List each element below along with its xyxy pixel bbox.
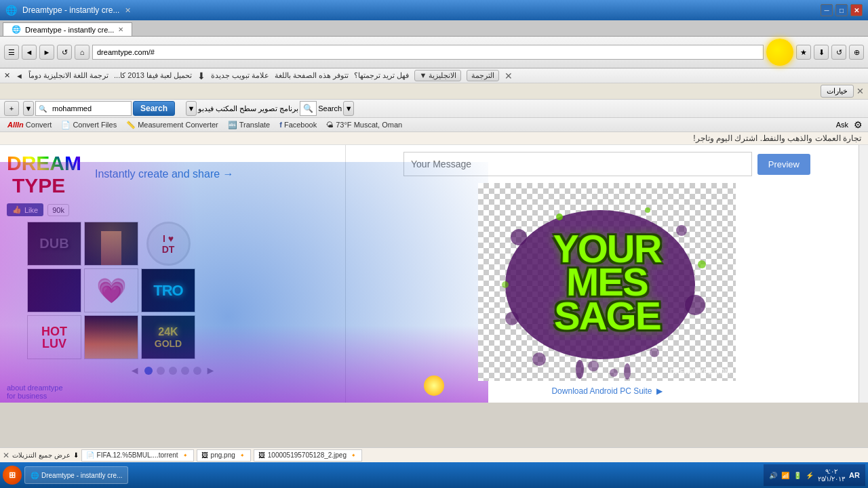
splat-7 xyxy=(532,352,546,366)
download-arrow-down-icon: ⬇ xyxy=(73,451,79,459)
file-icon: 📄 xyxy=(61,121,71,129)
usb-icon: ⚡ xyxy=(806,472,814,479)
preview-button[interactable]: Preview xyxy=(757,154,810,175)
tab-bar: 🌐 Dreamtype - instantly cre... ✕ xyxy=(0,20,868,37)
search2-group: 🔍 xyxy=(300,101,317,116)
fifa-label: تحميل لعبة فيفا 2013 كا... xyxy=(114,71,192,80)
search-input-group: 🔍 xyxy=(35,101,132,116)
splat-8 xyxy=(650,348,659,357)
alexa-icon: Ask xyxy=(836,121,848,129)
title-bar-right: ─ □ ✕ xyxy=(821,4,863,16)
canvas-area: YOUR MES SAGE DREAMTYPE.COM xyxy=(478,183,736,381)
jpeg-icon: 🖼 xyxy=(258,451,265,459)
download-name-2: png.png xyxy=(211,451,235,459)
bookmark-button[interactable]: ★ xyxy=(796,45,811,60)
tab-icon: 🌐 xyxy=(12,25,21,34)
download-link[interactable]: Download Android PC Suite xyxy=(551,386,652,396)
your-message-display: YOUR MES SAGE xyxy=(553,232,661,332)
address-bar[interactable] xyxy=(92,45,764,60)
search-bar: + ▼ 🔍 Search ▼ برنامج تصوير سطح المكتب ف… xyxy=(0,100,868,118)
arabic-toolbar: ✕ الترجمة الانجليزية ▼ فهل تريد ترجمتها؟… xyxy=(0,68,868,83)
drip-1 xyxy=(576,360,584,379)
show-all-downloads[interactable]: عرض جميع التنزيلات xyxy=(12,451,71,459)
start-icon: ⊞ xyxy=(9,470,16,480)
png-icon: 🖼 xyxy=(201,451,208,459)
tab-close-button[interactable]: ✕ xyxy=(118,26,123,33)
minimize-button[interactable]: ─ xyxy=(821,4,833,16)
green-4 xyxy=(502,281,509,288)
auto-translate-button[interactable]: الانجليزية ▼ xyxy=(414,70,461,81)
close-button[interactable]: ✕ xyxy=(850,4,863,16)
search-dropdown-button[interactable]: ▼ xyxy=(23,101,34,116)
watermark: DREAMTYPE.COM xyxy=(670,368,730,375)
forward-button[interactable]: ► xyxy=(39,45,54,60)
options-button[interactable]: خيارات xyxy=(821,85,854,98)
search-input-area: ▼ 🔍 Search xyxy=(23,101,175,116)
menu-button[interactable]: ☰ xyxy=(4,45,19,60)
splat-4 xyxy=(505,312,519,325)
bookmark-allinconvert[interactable]: AllIn Convert xyxy=(5,120,54,129)
search-input[interactable] xyxy=(50,104,131,113)
search2-label: Search xyxy=(318,104,342,113)
gear-icon[interactable]: ⚙ xyxy=(854,119,863,130)
home-button[interactable]: ⌂ xyxy=(75,45,90,60)
back-button[interactable]: ◄ xyxy=(22,45,37,60)
close-download-icon[interactable]: ✕ xyxy=(3,451,9,460)
png-type-icon: 🔸 xyxy=(238,451,246,459)
title-bar: 🌐 Dreamtype - instantly cre... ✕ ─ □ ✕ xyxy=(0,0,868,20)
lang-indicator: AR xyxy=(849,471,860,479)
refresh-button[interactable]: ↺ xyxy=(57,45,72,60)
highlight-circle xyxy=(766,39,793,66)
fireworks-effect xyxy=(27,268,81,312)
new-tab-button[interactable]: + xyxy=(4,101,19,116)
ticker-bar: تجارة العملات والذهب والنفط. اشترك اليوم… xyxy=(0,132,868,145)
facebook-icon: f xyxy=(279,121,282,129)
browser-taskbar-button[interactable]: 🌐 Dreamtype - instantly cre... xyxy=(24,466,128,484)
download-item-1[interactable]: 📄 FIFA.12.%5BMUL....torrent 🔸 xyxy=(81,449,194,462)
screenshot-dropdown[interactable]: ▼ xyxy=(186,101,197,116)
bookmark-facebook[interactable]: f Facebook xyxy=(277,120,319,129)
maximize-button[interactable]: □ xyxy=(835,4,848,16)
download-item-3[interactable]: 🖼 100005195705128_2.jpeg 🔸 xyxy=(254,449,362,462)
thumbnails-grid: DUB I ♥ DT 💗 TRO xyxy=(27,222,195,359)
bookmark-convert-files[interactable]: 📄 Convert Files xyxy=(59,120,119,130)
page-scrollbar[interactable] xyxy=(859,145,868,403)
green-2 xyxy=(645,207,650,213)
search-button[interactable]: Search xyxy=(133,101,175,116)
bookmark-measurement[interactable]: 📏 Measurement Converter xyxy=(124,120,220,130)
download-button[interactable]: ⬇ xyxy=(814,45,829,60)
zoom-button[interactable]: ⊕ xyxy=(849,45,864,60)
torrent-type-icon: 🔸 xyxy=(181,451,189,459)
weather-label: 73°F Muscat, Oman xyxy=(336,121,402,129)
splat-3 xyxy=(685,295,705,315)
clock-date: ٢٥/١/٢٠١٣ xyxy=(818,475,846,483)
taskbar: ⊞ 🌐 Dreamtype - instantly cre... 🔊 📶 🔋 ⚡… xyxy=(0,462,868,488)
translate-button[interactable]: الترجمة xyxy=(467,70,499,81)
close-options-icon[interactable]: ✕ xyxy=(856,86,864,96)
close-translate-icon[interactable]: ✕ xyxy=(505,70,513,81)
settings-icon2[interactable]: ✕ xyxy=(4,71,10,80)
speaker-icon[interactable]: 🔊 xyxy=(769,472,777,479)
green-3 xyxy=(698,260,706,268)
download-icon[interactable]: ⬇ xyxy=(197,70,205,81)
active-tab[interactable]: 🌐 Dreamtype - instantly cre... ✕ xyxy=(3,22,132,36)
translate-icon: 🔤 xyxy=(228,121,237,129)
convert-label: Convert xyxy=(26,121,52,129)
search2-icon: 🔍 xyxy=(303,104,313,113)
thumb-fireworks[interactable] xyxy=(27,268,81,312)
battery-icon: 🔋 xyxy=(793,472,802,479)
start-button[interactable]: ⊞ xyxy=(3,466,22,485)
download-arrow-icon: ▶ xyxy=(656,386,663,396)
download-item-2[interactable]: 🖼 png.png 🔸 xyxy=(197,449,251,462)
bookmark-weather[interactable]: 🌤 73°F Muscat, Oman xyxy=(324,120,404,129)
download-area: Download Android PC Suite ▶ xyxy=(551,386,662,396)
title-bar-left: 🌐 Dreamtype - instantly cre... ✕ xyxy=(5,5,131,16)
window-title: Dreamtype - instantly cre... xyxy=(22,5,119,15)
bookmark-translate[interactable]: 🔤 Translate xyxy=(226,120,272,130)
tab-close-icon[interactable]: ✕ xyxy=(125,6,131,15)
search2-dropdown[interactable]: ▼ xyxy=(343,101,354,116)
browser-toolbar: ☰ ◄ ► ↺ ⌂ ★ ⬇ ↺ ⊕ xyxy=(0,37,868,68)
settings-button[interactable]: ↺ xyxy=(831,45,846,60)
measurement-label: Measurement Converter xyxy=(138,121,218,129)
tab-title: Dreamtype - instantly cre... xyxy=(25,26,114,34)
